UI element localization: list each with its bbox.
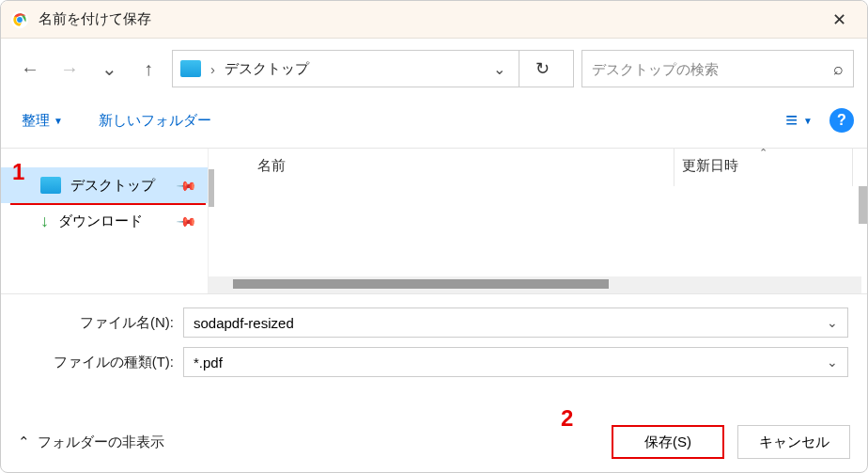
scrollbar-thumb[interactable] <box>233 279 609 289</box>
file-list-area: 名前 ⌃ 更新日時 <box>208 149 867 293</box>
dropdown-caret-icon: ▼ <box>803 116 813 126</box>
recent-dropdown[interactable]: ⌄ <box>93 53 125 85</box>
folders-toggle-label: フォルダーの非表示 <box>38 434 164 451</box>
bottom-row: ⌃ フォルダーの非表示 保存(S) キャンセル <box>1 425 867 459</box>
pin-icon[interactable]: 📌 <box>176 210 197 231</box>
back-button[interactable]: ← <box>14 53 46 85</box>
chevron-down-icon[interactable]: ⌄ <box>827 315 838 330</box>
path-label[interactable]: デスクトップ <box>225 60 480 78</box>
pin-icon[interactable]: 📌 <box>176 174 197 196</box>
chevron-down-icon[interactable]: ⌄ <box>827 355 838 370</box>
nav-row: ← → ⌄ ↑ › デスクトップ ⌄ ↻ ⌕ <box>1 39 867 102</box>
refresh-button[interactable]: ↻ <box>519 51 566 87</box>
up-button[interactable]: ↑ <box>132 53 164 85</box>
folders-toggle[interactable]: ⌃ フォルダーの非表示 <box>18 434 164 451</box>
svg-point-2 <box>17 17 23 23</box>
file-list-body[interactable] <box>209 186 867 276</box>
sidebar-item-downloads[interactable]: ↓ ダウンロード 📌 <box>1 203 208 239</box>
forward-button[interactable]: → <box>54 53 85 85</box>
sidebar-item-label: デスクトップ <box>70 177 155 195</box>
titlebar: 名前を付けて保存 ✕ <box>1 1 867 39</box>
save-dialog-window: 名前を付けて保存 ✕ ← → ⌄ ↑ › デスクトップ ⌄ ↻ ⌕ 整理 ▼ 新… <box>0 0 868 473</box>
list-scrollbar[interactable] <box>859 186 867 224</box>
window-title: 名前を付けて保存 <box>39 10 820 28</box>
filetype-value: *.pdf <box>194 355 827 371</box>
view-options-button[interactable]: ≡ ▼ <box>785 108 813 133</box>
toolbar: 整理 ▼ 新しいフォルダー ≡ ▼ ? <box>1 102 867 148</box>
search-box[interactable]: ⌕ <box>581 50 854 87</box>
chevron-up-icon: ⌃ <box>18 434 30 450</box>
filetype-label: ファイルの種類(T): <box>20 354 183 371</box>
sidebar-item-desktop[interactable]: デスクトップ 📌 <box>1 167 208 203</box>
desktop-icon <box>40 177 61 194</box>
close-button[interactable]: ✕ <box>820 9 858 30</box>
filename-field[interactable]: sodapdf-resized ⌄ <box>183 307 848 338</box>
filename-value[interactable]: sodapdf-resized <box>194 315 827 331</box>
chrome-icon <box>10 10 29 29</box>
sort-indicator-icon: ⌃ <box>759 147 767 159</box>
list-view-icon: ≡ <box>785 108 798 133</box>
list-header: 名前 ⌃ 更新日時 <box>209 149 867 186</box>
form-area: ファイル名(N): sodapdf-resized ⌄ ファイルの種類(T): … <box>1 294 867 377</box>
search-input[interactable] <box>592 61 833 77</box>
new-folder-button[interactable]: 新しいフォルダー <box>99 112 211 130</box>
horizontal-scrollbar[interactable] <box>209 276 861 293</box>
path-separator-icon: › <box>210 61 215 77</box>
filetype-row: ファイルの種類(T): *.pdf ⌄ <box>20 347 848 377</box>
filename-label: ファイル名(N): <box>20 314 183 332</box>
search-icon[interactable]: ⌕ <box>833 59 844 79</box>
organize-label: 整理 <box>22 112 50 130</box>
content-row: デスクトップ 📌 ↓ ダウンロード 📌 名前 ⌃ 更新日時 <box>1 149 867 293</box>
organize-menu[interactable]: 整理 ▼ <box>22 112 63 130</box>
sidebar-item-label: ダウンロード <box>58 213 143 230</box>
download-icon: ↓ <box>40 212 49 231</box>
filename-row: ファイル名(N): sodapdf-resized ⌄ <box>20 307 848 338</box>
button-group: 保存(S) キャンセル <box>612 425 850 459</box>
save-button[interactable]: 保存(S) <box>612 425 724 459</box>
help-button[interactable]: ? <box>829 108 854 133</box>
column-date[interactable]: ⌃ 更新日時 <box>674 149 852 186</box>
cancel-button[interactable]: キャンセル <box>737 425 850 459</box>
column-name[interactable]: 名前 <box>250 149 674 186</box>
dropdown-caret-icon: ▼ <box>54 116 63 126</box>
sidebar: デスクトップ 📌 ↓ ダウンロード 📌 <box>1 149 208 293</box>
column-date-label: 更新日時 <box>682 157 738 173</box>
path-box[interactable]: › デスクトップ ⌄ ↻ <box>172 50 574 87</box>
chevron-down-icon[interactable]: ⌄ <box>489 60 509 78</box>
filetype-field[interactable]: *.pdf ⌄ <box>183 347 848 377</box>
folder-icon <box>180 60 201 77</box>
